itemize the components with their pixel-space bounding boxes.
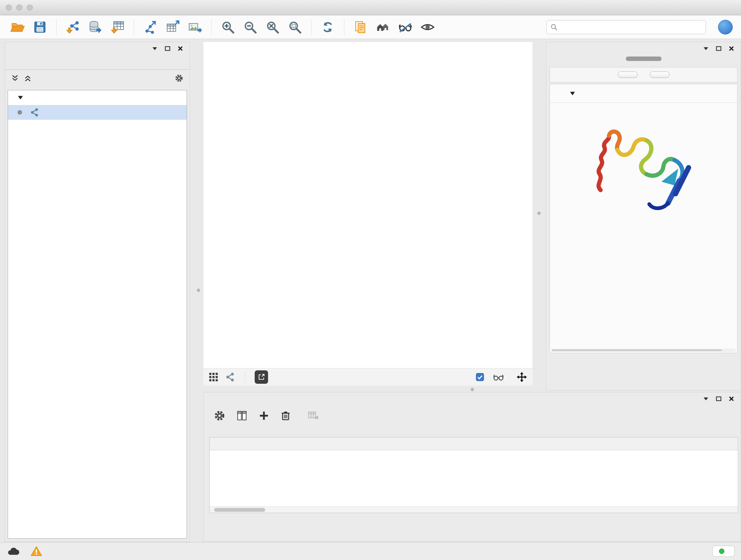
table-panel [203, 392, 741, 542]
save-session-button[interactable] [30, 18, 49, 37]
table-row[interactable] [210, 450, 738, 463]
delete-column-icon[interactable] [280, 410, 292, 422]
panel-float-icon[interactable] [714, 44, 724, 53]
panel-close-icon[interactable] [176, 44, 185, 53]
zoom-fit-icon [265, 20, 280, 35]
glasses-slash-icon [398, 20, 413, 35]
hide-glasses-button[interactable] [396, 18, 414, 37]
zoom-fit-button[interactable] [263, 18, 282, 37]
create-column-icon[interactable] [258, 410, 270, 422]
export-network-button[interactable] [141, 18, 159, 37]
title-bar [0, 0, 741, 15]
help-button[interactable] [718, 20, 733, 35]
window-controls [6, 0, 33, 15]
houses-icon [376, 20, 390, 35]
horizontal-splitter-handle[interactable] [471, 388, 474, 391]
cloud-icon[interactable] [6, 546, 20, 557]
open-session-button[interactable] [8, 18, 27, 37]
zoom-out-button[interactable] [241, 18, 259, 37]
network-bullet-icon [17, 110, 22, 115]
network-canvas[interactable] [203, 42, 533, 368]
export-table-icon [165, 20, 180, 35]
collapse-all-networks-icon[interactable] [23, 74, 32, 82]
results-hscrollbar[interactable] [551, 349, 736, 352]
expand-all-networks-icon[interactable] [11, 74, 19, 82]
selected-checkbox-icon[interactable] [476, 373, 484, 381]
control-panel-header [5, 42, 190, 55]
left-splitter-handle[interactable] [197, 289, 200, 292]
right-splitter-handle[interactable] [537, 212, 541, 215]
options-gear-icon[interactable] [174, 73, 184, 83]
network-share-icon[interactable] [225, 372, 235, 382]
results-hscroll-thumb[interactable] [552, 349, 722, 351]
panel-float-icon[interactable] [163, 44, 172, 53]
netbar-separator [245, 371, 245, 383]
panel-close-icon[interactable] [727, 44, 736, 53]
save-floppy-icon [32, 20, 47, 35]
apply-layout-button[interactable] [319, 18, 337, 37]
status-bar [0, 542, 741, 560]
minimize-window-button[interactable] [16, 4, 22, 10]
toolbar-separator [311, 19, 312, 35]
crosslinks-title [550, 224, 737, 233]
table-hscroll-thumb[interactable] [214, 508, 265, 512]
detach-view-button[interactable] [255, 370, 268, 384]
toolbar-search-box[interactable] [546, 20, 706, 34]
zoom-selected-icon [287, 20, 302, 35]
network-view-bar [203, 368, 533, 386]
collapse-all-button[interactable] [650, 71, 670, 78]
protein-structure-image [550, 111, 737, 224]
export-image-icon [188, 20, 202, 35]
search-input[interactable] [561, 23, 702, 30]
import-network-file-button[interactable] [64, 18, 82, 37]
network-row[interactable] [8, 105, 187, 120]
gene-detail-card [549, 84, 738, 353]
maximize-window-button[interactable] [27, 4, 33, 10]
home-button[interactable] [374, 18, 392, 37]
database-icon [88, 20, 103, 35]
import-network-database-button[interactable] [86, 18, 105, 37]
close-window-button[interactable] [6, 4, 12, 10]
pan-crosshair-icon[interactable] [516, 371, 528, 383]
delete-table-icon[interactable] [307, 409, 320, 422]
duplicate-page-button[interactable] [351, 18, 370, 37]
panel-float-icon[interactable] [714, 394, 724, 403]
network-tree [8, 90, 187, 539]
zoom-out-icon [243, 20, 258, 35]
panel-collapse-icon[interactable] [701, 44, 711, 53]
zoom-selected-button[interactable] [286, 18, 304, 37]
table-header-row [210, 437, 738, 450]
export-table-button[interactable] [163, 18, 182, 37]
gene-collapse-icon[interactable] [569, 90, 576, 97]
panel-close-icon[interactable] [727, 394, 736, 403]
tree-expand-icon[interactable] [17, 94, 24, 101]
warning-icon[interactable] [30, 545, 43, 558]
toolbar-separator [56, 19, 57, 35]
export-image-button[interactable] [186, 18, 204, 37]
table-settings-gear-icon[interactable] [213, 409, 226, 422]
table-hscrollbar[interactable] [210, 506, 738, 513]
search-icon [550, 23, 557, 30]
expand-all-button[interactable] [618, 71, 637, 78]
zoom-in-icon [220, 20, 235, 35]
gene-description [550, 103, 737, 107]
hidden-glasses-icon[interactable] [493, 372, 504, 382]
show-eye-button[interactable] [418, 18, 437, 37]
memory-status-dot [719, 549, 724, 554]
zoom-in-button[interactable] [219, 18, 237, 37]
import-table-button[interactable] [108, 18, 127, 37]
show-columns-icon[interactable] [235, 409, 248, 422]
panel-collapse-icon[interactable] [701, 394, 711, 403]
network-graph[interactable] [203, 42, 533, 368]
panel-collapse-icon[interactable] [150, 44, 159, 53]
memory-button[interactable] [712, 546, 735, 557]
refresh-arrows-icon [320, 20, 335, 35]
toolbar-separator [134, 19, 134, 35]
gene-card-header[interactable] [550, 84, 737, 103]
control-panel [5, 42, 190, 542]
network-collection-row[interactable] [8, 90, 187, 105]
tab-string[interactable] [626, 57, 662, 61]
birdseye-grid-icon[interactable] [208, 372, 219, 382]
toolbar-separator [344, 19, 344, 35]
network-selection-bar [5, 70, 190, 87]
